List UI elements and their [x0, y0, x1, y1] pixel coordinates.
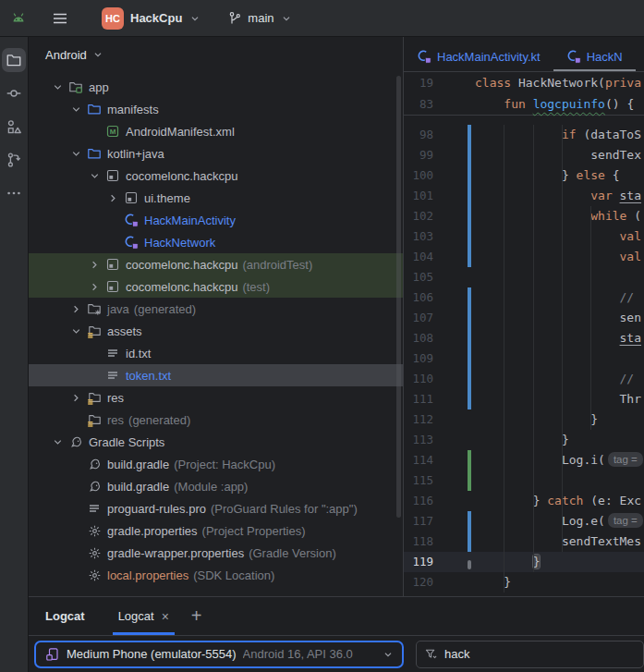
- tree-item-androidmanifest-xml[interactable]: MAndroidManifest.xml: [29, 120, 403, 142]
- line-number[interactable]: 102: [404, 206, 433, 226]
- more-icon[interactable]: [2, 181, 26, 205]
- line-number[interactable]: 115: [404, 470, 433, 491]
- line-number[interactable]: 106: [404, 287, 433, 308]
- close-icon[interactable]: ×: [162, 609, 169, 624]
- project-selector[interactable]: HC HackCpu: [102, 7, 201, 30]
- resources-folder-icon: [86, 412, 103, 427]
- line-number[interactable]: 104: [404, 247, 433, 267]
- line-number[interactable]: 83: [404, 93, 433, 115]
- manifest-file-icon: M: [104, 124, 121, 139]
- line-number[interactable]: 98: [404, 125, 433, 145]
- tree-item-manifests[interactable]: manifests: [29, 98, 403, 120]
- project-folder-icon[interactable]: [2, 48, 26, 72]
- project-view-mode-selector[interactable]: Android: [29, 37, 403, 72]
- vcs-branch-selector[interactable]: main: [227, 11, 292, 26]
- code-text: val: [475, 226, 641, 247]
- tree-item-cocomelonc-hackcpu[interactable]: cocomelonc.hackcpu: [29, 165, 403, 187]
- tree-item-ui-theme[interactable]: ui.theme: [29, 187, 403, 209]
- package-icon: [104, 279, 121, 294]
- line-number[interactable]: 111: [404, 389, 433, 409]
- code-text: sen: [475, 308, 641, 328]
- chevron-down-icon[interactable]: [47, 79, 67, 94]
- tree-item-gradle-wrapper-properties[interactable]: gradle-wrapper.properties(Gradle Version…: [29, 542, 403, 564]
- tree-item-gradle-scripts[interactable]: Gradle Scripts: [29, 431, 403, 453]
- line-number[interactable]: 99: [404, 145, 433, 165]
- add-tab-icon[interactable]: +: [191, 605, 202, 627]
- line-number[interactable]: 103: [404, 226, 433, 247]
- editor-code-area[interactable]: 98 if (dataToS99 sendTex100 } else {101 …: [404, 116, 644, 596]
- vcs-change-marker: [468, 531, 471, 552]
- code-text: }: [475, 409, 598, 430]
- code-token: while: [590, 209, 626, 223]
- commit-icon[interactable]: [2, 81, 26, 105]
- chevron-down-icon[interactable]: [66, 102, 86, 116]
- tree-item-hackmainactivity[interactable]: HackMainActivity: [29, 209, 403, 231]
- line-number[interactable]: 117: [404, 511, 433, 531]
- chevron-down-icon[interactable]: [66, 146, 86, 161]
- editor-tab-hackn[interactable]: HackN: [553, 42, 636, 72]
- code-token: }: [562, 433, 569, 446]
- tree-item-hacknetwork[interactable]: HackNetwork: [29, 231, 403, 253]
- line-number[interactable]: 113: [404, 430, 433, 450]
- code-text: }: [475, 572, 511, 593]
- tree-item-id-txt[interactable]: id.txt: [29, 342, 403, 364]
- line-number[interactable]: 19: [404, 72, 433, 93]
- tree-item-gradle-properties[interactable]: gradle.properties(Project Properties): [29, 519, 403, 542]
- tree-item-kotlin-java[interactable]: kotlin+java: [29, 142, 403, 165]
- chevron-down-icon[interactable]: [47, 434, 67, 449]
- tree-item-label: local.properties: [107, 568, 188, 582]
- chevron-right-icon[interactable]: [66, 301, 86, 316]
- tree-item-proguard-rules-pro[interactable]: proguard-rules.pro(ProGuard Rules for ":…: [29, 497, 403, 519]
- tree-item-res[interactable]: res(generated): [29, 409, 403, 431]
- tree-item-build-gradle[interactable]: build.gradle(Project: HackCpu): [29, 453, 403, 475]
- line-number[interactable]: 114: [404, 450, 433, 470]
- chevron-right-icon[interactable]: [84, 257, 104, 272]
- code-line-118: 118 sendTextMes: [404, 531, 644, 552]
- code-token: sendTex: [590, 148, 641, 162]
- line-number[interactable]: 116: [404, 491, 433, 511]
- tree-item-build-gradle[interactable]: build.gradle(Module :app): [29, 475, 403, 497]
- line-number[interactable]: 112: [404, 409, 433, 430]
- tree-item-assets[interactable]: assets: [29, 320, 403, 342]
- chevron-spacer: [84, 124, 104, 139]
- line-number[interactable]: 101: [404, 186, 433, 206]
- version-control-icon[interactable]: [2, 148, 26, 172]
- line-number[interactable]: 107: [404, 308, 433, 328]
- line-number[interactable]: 105: [404, 267, 433, 287]
- line-number[interactable]: 100: [404, 165, 433, 186]
- tree-item-res[interactable]: res: [29, 386, 403, 409]
- chevron-down-icon[interactable]: [66, 324, 86, 338]
- structure-icon[interactable]: [2, 115, 26, 139]
- chevron-right-icon[interactable]: [84, 279, 104, 294]
- chevron-right-icon[interactable]: [66, 390, 86, 405]
- hamburger-menu-icon[interactable]: [50, 8, 70, 29]
- tree-item-token-txt[interactable]: token.txt: [29, 364, 403, 386]
- line-number[interactable]: 110: [404, 369, 433, 389]
- chevron-right-icon[interactable]: [103, 190, 123, 205]
- line-number[interactable]: 118: [404, 531, 433, 552]
- logcat-filter-input[interactable]: [444, 647, 636, 661]
- code-text: val: [475, 247, 641, 267]
- code-line-100: 100 } else {: [404, 165, 644, 186]
- code-text: }: [475, 430, 569, 450]
- tree-item-cocomelonc-hackcpu[interactable]: cocomelonc.hackcpu(androidTest): [29, 253, 403, 275]
- code-line-117: 117 Log.e(tag =: [404, 511, 644, 531]
- tree-item-java[interactable]: java(generated): [29, 298, 403, 320]
- device-name: Medium Phone (emulator-5554): [67, 647, 237, 661]
- code-text: Thr: [475, 389, 641, 409]
- chevron-down-icon[interactable]: [84, 168, 104, 183]
- editor-tab-hackmainactivity-kt[interactable]: HackMainActivity.kt: [404, 42, 553, 72]
- vcs-change-marker: [468, 470, 471, 491]
- tree-item-app[interactable]: app: [29, 76, 403, 98]
- device-selector[interactable]: Medium Phone (emulator-5554) Android 16,…: [34, 641, 404, 668]
- line-number[interactable]: 120: [404, 572, 433, 593]
- editor: HackMainActivity.ktHackN 19class HackNet…: [404, 37, 644, 596]
- tree-item-local-properties[interactable]: local.properties(SDK Location): [29, 564, 403, 586]
- project-tree-scrollbar[interactable]: [396, 76, 401, 518]
- line-number[interactable]: 108: [404, 328, 433, 348]
- tree-item-cocomelonc-hackcpu[interactable]: cocomelonc.hackcpu(test): [29, 275, 403, 298]
- logcat-tab[interactable]: Logcat ×: [109, 597, 178, 635]
- line-number[interactable]: 119: [404, 552, 433, 572]
- line-number[interactable]: 109: [404, 348, 433, 369]
- gutter-spacer: [468, 73, 471, 93]
